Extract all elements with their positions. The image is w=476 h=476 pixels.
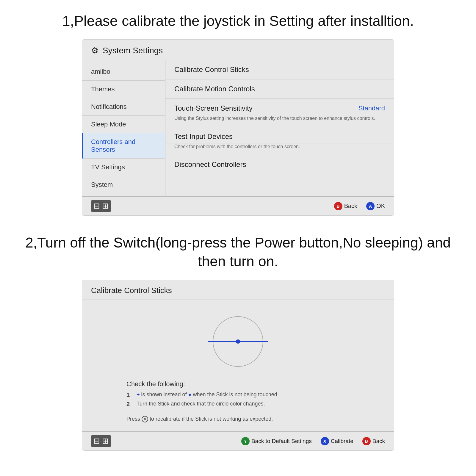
- x-button-action[interactable]: X Calibrate: [321, 437, 353, 445]
- test-input-devices-item[interactable]: Test Input Devices: [165, 127, 394, 143]
- instruction-2-text: 2,Turn off the Switch(long-press the Pow…: [24, 234, 452, 271]
- check-title: Check the following:: [126, 380, 350, 388]
- crosshair-dot: [236, 339, 240, 344]
- b-button-icon: B: [334, 202, 342, 210]
- console-icon: ⊟ ⊞: [91, 200, 111, 212]
- touch-screen-sensitivity-item[interactable]: Touch-Screen Sensitivity Standard: [165, 99, 394, 115]
- x-label: Calibrate: [331, 438, 353, 444]
- crosshair-container: [208, 312, 268, 371]
- touch-screen-value: Standard: [358, 104, 385, 112]
- x-button-icon: X: [321, 437, 329, 445]
- settings-sidebar: amiibo Themes Notifications Sleep Mode C…: [82, 60, 165, 196]
- calibrate-body: Check the following: 1 + is shown instea…: [82, 300, 394, 431]
- ok-label: OK: [376, 203, 385, 209]
- touch-screen-sub: Using the Stylus setting increases the s…: [165, 115, 394, 127]
- sidebar-item-notifications[interactable]: Notifications: [82, 98, 165, 116]
- x-circle-icon: ✕: [142, 416, 148, 422]
- calibrate-back-button[interactable]: B Back: [362, 437, 385, 445]
- system-settings-screen: ⚙ System Settings amiibo Themes Notifica…: [82, 39, 394, 216]
- sidebar-item-tv-settings[interactable]: TV Settings: [82, 159, 165, 176]
- calibrate-motion-controls-item[interactable]: Calibrate Motion Controls: [165, 79, 394, 99]
- settings-title: System Settings: [103, 46, 163, 55]
- settings-footer: ⊟ ⊞ B Back A OK: [82, 196, 394, 215]
- sidebar-item-themes[interactable]: Themes: [82, 81, 165, 98]
- calibrate-console-icon: ⊟ ⊞: [91, 435, 111, 447]
- sidebar-item-amiibo[interactable]: amiibo: [82, 63, 165, 81]
- check-list: Check the following: 1 + is shown instea…: [126, 380, 350, 410]
- touch-screen-label: Touch-Screen Sensitivity: [174, 104, 253, 112]
- check-row-2: 2 Turn the Stick and check that the circ…: [126, 401, 350, 408]
- check-row-1: 1 + is shown instead of ● when the Stick…: [126, 392, 350, 398]
- y-button-action[interactable]: Y Back to Default Settings: [241, 437, 312, 445]
- back-button[interactable]: B Back: [334, 202, 357, 210]
- calibrate-footer: ⊟ ⊞ Y Back to Default Settings X Calibra…: [82, 431, 394, 450]
- y-label: Back to Default Settings: [251, 438, 312, 444]
- check-num-1: 1: [126, 392, 134, 398]
- footer-right: B Back A OK: [334, 202, 385, 210]
- calibrate-control-sticks-item[interactable]: Calibrate Control Sticks: [165, 60, 394, 79]
- check-num-2: 2: [126, 401, 134, 408]
- a-button-icon: A: [366, 202, 375, 210]
- disconnect-controllers-item[interactable]: Disconnect Controllers: [165, 155, 394, 174]
- calibrate-header: Calibrate Control Sticks: [82, 280, 394, 300]
- settings-content: Calibrate Control Sticks Calibrate Motio…: [165, 60, 394, 196]
- sidebar-item-sleep-mode[interactable]: Sleep Mode: [82, 116, 165, 133]
- settings-body: amiibo Themes Notifications Sleep Mode C…: [82, 60, 394, 196]
- footer-left: ⊟ ⊞: [91, 200, 111, 212]
- sidebar-item-controllers-sensors[interactable]: Controllers and Sensors: [82, 133, 165, 159]
- test-input-sub: Check for problems with the controllers …: [165, 143, 394, 155]
- plus-icon: +: [137, 392, 140, 397]
- ok-button[interactable]: A OK: [366, 202, 385, 210]
- check-2-text: Turn the Stick and check that the circle…: [137, 401, 265, 407]
- calibrate-screen: Calibrate Control Sticks Check the follo…: [82, 280, 394, 451]
- back-label: Back: [344, 203, 357, 209]
- gear-icon: ⚙: [91, 46, 98, 55]
- sidebar-item-system[interactable]: System: [82, 176, 165, 193]
- calibrate-b-icon: B: [362, 437, 371, 445]
- calibrate-footer-left: ⊟ ⊞: [91, 435, 111, 447]
- dot-icon: ●: [188, 392, 192, 397]
- check-1-text: + is shown instead of ● when the Stick i…: [137, 392, 279, 398]
- calibrate-back-label: Back: [372, 438, 385, 444]
- y-button-icon: Y: [241, 437, 250, 445]
- instruction-1-text: 1,Please calibrate the joystick in Setti…: [24, 12, 452, 30]
- press-note: Press ✕ to recalibrate if the Stick is n…: [126, 416, 350, 422]
- calibrate-footer-right: Y Back to Default Settings X Calibrate B…: [241, 437, 385, 445]
- settings-header: ⚙ System Settings: [82, 40, 394, 60]
